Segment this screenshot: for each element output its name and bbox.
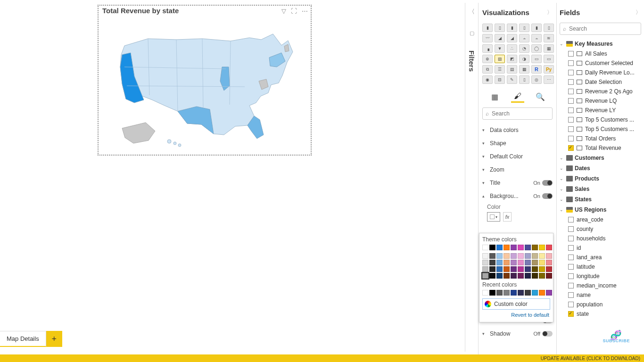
field-row[interactable]: Revenue LY: [560, 106, 641, 115]
color-swatch[interactable]: [539, 260, 545, 265]
viz-card[interactable]: ▭: [531, 55, 542, 63]
color-swatch[interactable]: [482, 253, 488, 259]
color-swatch[interactable]: [511, 266, 517, 272]
field-row[interactable]: Top 5 Customers ...: [560, 124, 641, 134]
status-bar[interactable]: UPDATE AVAILABLE (CLICK TO DOWNLOAD): [0, 354, 644, 362]
field-checkbox[interactable]: [568, 264, 574, 270]
color-swatch[interactable]: [489, 245, 495, 250]
color-swatch[interactable]: [482, 266, 488, 272]
field-checkbox[interactable]: [568, 117, 574, 123]
color-swatch[interactable]: [546, 266, 552, 272]
viz-clustered-column[interactable]: ▯: [519, 24, 529, 32]
field-row[interactable]: Total Orders: [560, 134, 641, 143]
color-swatch[interactable]: [511, 253, 517, 259]
shadow-toggle[interactable]: [542, 331, 553, 337]
color-swatch[interactable]: [525, 266, 531, 272]
field-checkbox[interactable]: [568, 302, 574, 307]
field-checkbox[interactable]: [568, 245, 574, 251]
viz-stacked-column[interactable]: ▮: [507, 24, 517, 32]
color-swatch[interactable]: [504, 245, 510, 250]
viz-qna[interactable]: ✎: [507, 75, 517, 84]
field-checkbox[interactable]: [568, 89, 574, 94]
custom-color-button[interactable]: Custom color: [482, 298, 550, 310]
background-color-fx[interactable]: fx: [503, 212, 512, 222]
field-row[interactable]: population: [560, 300, 641, 309]
color-swatch[interactable]: [489, 260, 495, 265]
viz-stacked-bar[interactable]: ▮: [482, 24, 493, 32]
viz-line-column[interactable]: ⫠: [519, 34, 529, 42]
viz-filled-map[interactable]: ▨: [495, 55, 505, 63]
color-swatch[interactable]: [518, 253, 524, 259]
color-swatch[interactable]: [546, 253, 552, 259]
field-checkbox[interactable]: [568, 255, 574, 260]
recent-color-swatch[interactable]: [525, 290, 531, 296]
recent-color-swatch[interactable]: [539, 290, 545, 296]
field-row[interactable]: Revenue 2 Qs Ago: [560, 87, 641, 96]
field-checkbox[interactable]: [568, 70, 574, 75]
field-checkbox[interactable]: [568, 236, 574, 241]
format-well-tab[interactable]: 🖌: [511, 90, 524, 103]
viz-matrix[interactable]: ▦: [519, 65, 529, 74]
field-checkbox[interactable]: [568, 136, 574, 141]
more-options-icon[interactable]: ⋯: [302, 8, 308, 15]
viz-slicer[interactable]: ☰: [495, 65, 505, 74]
field-checkbox[interactable]: [568, 79, 574, 85]
field-row[interactable]: Customer Selected: [560, 58, 641, 68]
field-checkbox[interactable]: [568, 60, 574, 66]
color-swatch[interactable]: [539, 253, 545, 259]
recent-color-swatch[interactable]: [496, 290, 503, 296]
viz-scatter[interactable]: ∴: [507, 44, 517, 53]
recent-color-swatch[interactable]: [489, 290, 495, 296]
viz-funnel[interactable]: ▼: [495, 44, 505, 53]
field-row[interactable]: Daily Revenue Lo...: [560, 68, 641, 77]
color-swatch[interactable]: [496, 273, 503, 279]
analytics-well-tab[interactable]: 🔍: [534, 90, 547, 103]
filters-label[interactable]: Filters: [468, 50, 476, 72]
field-checkbox[interactable]: [568, 107, 574, 113]
recent-color-swatch[interactable]: [532, 290, 538, 296]
viz-waterfall[interactable]: ▗: [482, 44, 493, 53]
field-row[interactable]: All Sales: [560, 49, 641, 58]
viz-paginated[interactable]: ▯: [519, 75, 529, 84]
update-available-text[interactable]: UPDATE AVAILABLE (CLICK TO DOWNLOAD): [541, 356, 640, 361]
viz-treemap[interactable]: ▦: [544, 44, 554, 53]
table-row[interactable]: ⌄US Regions: [560, 205, 641, 215]
color-swatch[interactable]: [539, 245, 545, 250]
color-swatch[interactable]: [482, 245, 488, 250]
field-checkbox[interactable]: [568, 126, 574, 132]
color-swatch[interactable]: [504, 260, 510, 265]
table-row[interactable]: ⌄Customers: [560, 153, 641, 163]
color-swatch[interactable]: [525, 245, 531, 250]
color-swatch[interactable]: [518, 260, 524, 265]
field-checkbox[interactable]: [568, 283, 574, 288]
fields-search[interactable]: ⌕: [560, 23, 641, 35]
viz-map[interactable]: ⊕: [482, 55, 493, 63]
field-checkbox[interactable]: [568, 311, 574, 317]
section-shadow[interactable]: ▾Shadow Off: [482, 327, 553, 340]
viz-arcgis[interactable]: ◎: [531, 75, 542, 84]
color-swatch[interactable]: [511, 245, 517, 250]
viz-multi-card[interactable]: ▭: [544, 55, 554, 63]
color-swatch[interactable]: [496, 253, 503, 259]
field-checkbox[interactable]: [568, 226, 574, 232]
viz-key-influencers[interactable]: ◉: [482, 75, 493, 84]
recent-color-swatch[interactable]: [511, 290, 517, 296]
fields-well-tab[interactable]: ▦: [488, 90, 502, 103]
color-swatch[interactable]: [532, 260, 538, 265]
color-swatch[interactable]: [504, 266, 510, 272]
field-row[interactable]: Date Selection: [560, 77, 641, 87]
color-swatch[interactable]: [539, 273, 545, 279]
section-title[interactable]: ▾Title On: [482, 176, 553, 189]
viz-more[interactable]: ⋯: [544, 75, 554, 84]
recent-color-swatch[interactable]: [518, 290, 524, 296]
background-color-picker[interactable]: ▾: [487, 212, 500, 222]
field-checkbox[interactable]: [568, 145, 574, 151]
section-data-colors[interactable]: ▾Data colors: [482, 123, 553, 137]
add-page-button[interactable]: +: [46, 331, 62, 347]
color-swatch[interactable]: [532, 266, 538, 272]
table-row[interactable]: ⌄Dates: [560, 163, 641, 173]
color-swatch[interactable]: [489, 266, 495, 272]
fields-search-input[interactable]: [569, 25, 640, 32]
viz-shape-map[interactable]: ◩: [507, 55, 517, 63]
viz-stacked-area[interactable]: ◢: [507, 34, 517, 42]
